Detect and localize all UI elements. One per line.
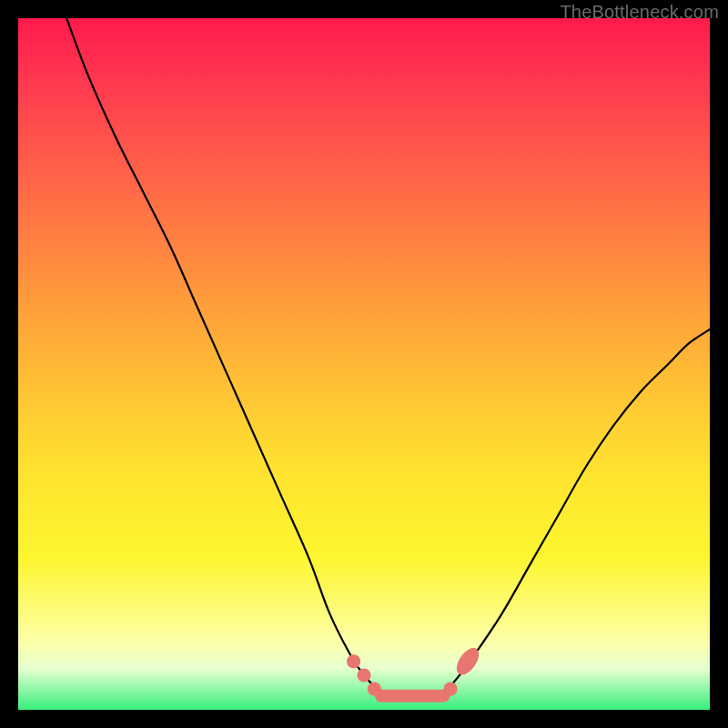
- watermark-text: TheBottleneck.com: [560, 2, 719, 23]
- series-right-curve: [440, 329, 710, 696]
- marker-left-dot-2: [357, 668, 370, 682]
- marker-left-dot-3: [368, 682, 381, 696]
- plot-svg: [18, 18, 710, 710]
- chart-frame: TheBottleneck.com: [0, 0, 728, 728]
- series-left-curve: [66, 18, 391, 696]
- plot-area: [18, 18, 710, 710]
- marker-left-dot-1: [347, 654, 360, 668]
- marker-right-dot-1: [443, 682, 457, 696]
